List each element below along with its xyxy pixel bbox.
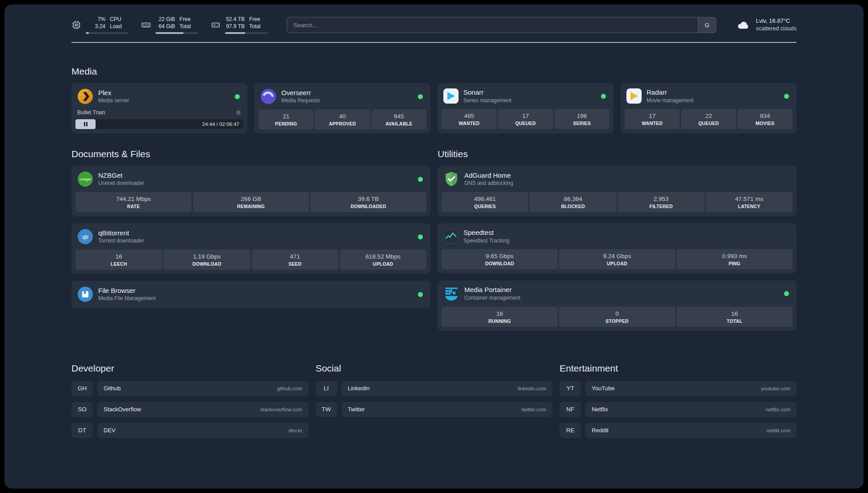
bookmark-dev[interactable]: DT DEV dev.to xyxy=(71,423,309,438)
memory-icon xyxy=(141,20,151,30)
disk-total-value: 97.9 TB xyxy=(225,23,245,30)
stat-ping: 0.993 ms PING xyxy=(676,249,793,269)
section-title-social: Social xyxy=(316,363,553,374)
adguard-icon xyxy=(443,171,459,187)
search-input[interactable] xyxy=(287,22,698,29)
stat-filtered: 2,953 FILTERED xyxy=(618,192,705,212)
service-card-filebrowser[interactable]: File Browser Media File Management xyxy=(71,281,430,308)
service-card-sonarr[interactable]: Sonarr Series management 485 WANTED 17 Q… xyxy=(438,83,613,134)
disk-progress-bar xyxy=(225,32,268,34)
service-card-radarr[interactable]: Radarr Movie management 17 WANTED 22 QUE… xyxy=(621,83,797,134)
service-card-qbittorrent[interactable]: qb qBittorrent Torrent downloader 16 LEE… xyxy=(71,223,430,274)
bookmark-abbr: SO xyxy=(71,402,93,417)
status-dot xyxy=(418,177,423,182)
stat-pending: 21 PENDING xyxy=(259,109,313,130)
cpu-load-value: 3.24 xyxy=(86,23,105,30)
cpu-progress-bar xyxy=(86,32,129,34)
status-dot xyxy=(235,94,240,99)
service-description: Movie management xyxy=(647,97,693,104)
pause-icon xyxy=(84,122,88,126)
stat-wanted: 17 WANTED xyxy=(625,109,680,129)
stat-available: 945 AVAILABLE xyxy=(371,109,426,130)
memory-free-value: 22 GiB xyxy=(155,16,175,23)
cpu-widget: 7% 3.24 CPU Load xyxy=(71,16,129,33)
bookmark-reddit[interactable]: RE Reddit reddit.com xyxy=(559,423,797,438)
bookmark-url: twitter.com xyxy=(522,407,546,412)
bookmark-url: youtube.com xyxy=(761,386,790,391)
bookmark-github[interactable]: GH Github github.com xyxy=(71,381,309,396)
service-card-portainer[interactable]: Media Portainer Container management 16 … xyxy=(438,280,797,331)
speedtest-icon xyxy=(443,229,459,244)
disk-free-value: 52.4 TB xyxy=(225,16,245,23)
bookmark-abbr: YT xyxy=(559,381,581,396)
stat-queued: 17 QUEUED xyxy=(498,109,553,129)
bookmark-group-entertainment: Entertainment YT YouTube youtube.com NF … xyxy=(559,363,797,438)
service-description: Media Requests xyxy=(281,97,320,104)
memory-progress-bar xyxy=(155,32,198,34)
stat-queries: 498,461 QUERIES xyxy=(442,192,528,212)
service-card-overseerr[interactable]: Overseerr Media Requests 21 PENDING 40 A… xyxy=(255,83,430,134)
bookmark-name: LinkedIn xyxy=(348,385,370,392)
service-description: Media server xyxy=(98,97,129,104)
disk-free-label: Free xyxy=(249,16,260,23)
stat-queued: 22 QUEUED xyxy=(681,109,736,129)
status-dot xyxy=(784,94,789,99)
bookmark-group-social: Social LI LinkedIn linkedin.com TW Twitt… xyxy=(316,363,553,417)
bookmark-twitter[interactable]: TW Twitter twitter.com xyxy=(316,402,553,417)
bookmark-youtube[interactable]: YT YouTube youtube.com xyxy=(559,381,797,396)
topbar: 7% 3.24 CPU Load xyxy=(71,13,797,37)
status-dot xyxy=(418,292,423,297)
service-card-adguard[interactable]: AdGuard Home DNS and adblocking 498,461 … xyxy=(438,166,797,216)
stat-upload: 9.24 Gbps UPLOAD xyxy=(559,249,675,269)
system-widgets: 7% 3.24 CPU Load xyxy=(71,16,268,33)
search-provider-button[interactable]: G xyxy=(698,17,716,33)
bookmark-url: github.com xyxy=(277,386,302,391)
service-description: Speedtest Tracking xyxy=(463,237,509,244)
search-bar: G xyxy=(287,17,716,33)
service-name: NZBGet xyxy=(98,171,144,180)
filebrowser-icon xyxy=(77,286,93,302)
bookmark-netflix[interactable]: NF Netflix netflix.com xyxy=(559,402,797,417)
service-name: AdGuard Home xyxy=(464,171,513,180)
disk-widget: 52.4 TB 97.9 TB Free Total xyxy=(211,16,268,33)
service-card-speedtest[interactable]: Speedtest Speedtest Tracking 9.65 Gbps D… xyxy=(438,223,797,273)
section-title-entertainment: Entertainment xyxy=(559,363,797,374)
section-utilities: Utilities AdGuard Home xyxy=(438,149,797,331)
service-card-nzbget[interactable]: nzbget NZBGet Usenet downloader 744.21 M… xyxy=(71,166,430,216)
settings-icon[interactable] xyxy=(235,109,242,116)
stat-leech: 16 LEECH xyxy=(75,250,162,270)
cpu-load-label: Load xyxy=(110,23,122,30)
status-dot xyxy=(418,94,423,99)
memory-widget: 22 GiB 64 GiB Free Total xyxy=(141,16,198,33)
stat-total: 16 TOTAL xyxy=(676,307,793,327)
bookmark-name: YouTube xyxy=(592,385,614,392)
section-title-media: Media xyxy=(71,66,797,77)
nzbget-icon: nzbget xyxy=(77,171,93,187)
stat-seed: 471 SEED xyxy=(252,250,338,270)
sonarr-icon xyxy=(443,88,459,104)
service-name: Media Portainer xyxy=(464,286,520,294)
svg-text:nzbget: nzbget xyxy=(80,177,91,181)
service-description: Torrent downloader xyxy=(98,237,144,244)
bookmark-stackoverflow[interactable]: SO StackOverflow stackoverflow.com xyxy=(71,402,309,417)
weather-widget: Lviv, 16.87°C scattered clouds xyxy=(735,17,797,33)
now-playing-title: Bullet Train xyxy=(77,109,105,116)
player-time: 24:44 / 02:06:47 xyxy=(202,121,239,127)
memory-free-label: Free xyxy=(179,16,191,23)
status-dot xyxy=(418,234,423,239)
service-description: Container management xyxy=(464,294,520,301)
section-documents: Documents & Files nzbget NZBGet U xyxy=(71,149,430,308)
bookmark-abbr: DT xyxy=(71,423,93,438)
bookmark-name: Github xyxy=(104,385,121,392)
service-name: Sonarr xyxy=(463,88,511,97)
bookmark-linkedin[interactable]: LI LinkedIn linkedin.com xyxy=(316,381,553,396)
bookmark-name: Reddit xyxy=(592,427,609,434)
service-card-plex[interactable]: Plex Media server Bullet Train xyxy=(71,83,247,134)
player-progress-bar[interactable]: 24:44 / 02:06:47 xyxy=(75,119,243,129)
bookmark-name: DEV xyxy=(104,427,116,434)
service-description: DNS and adblocking xyxy=(464,180,513,187)
topbar-divider xyxy=(71,42,797,43)
service-description: Usenet downloader xyxy=(98,180,144,187)
service-name: Overseerr xyxy=(281,89,320,97)
bookmark-abbr: LI xyxy=(316,381,337,396)
